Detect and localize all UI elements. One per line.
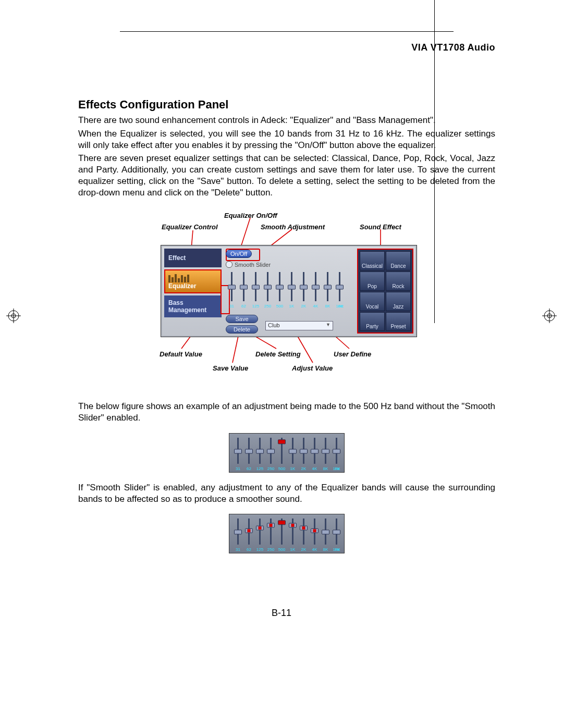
- tab-equalizer-label: Equalizer: [168, 282, 217, 290]
- eq-sliders[interactable]: 31621252505001K2K4K8K16KHz: [226, 271, 346, 310]
- svg-rect-103: [259, 526, 262, 529]
- preset-label: Pop: [368, 283, 377, 289]
- eq-figure-smooth: 31621252505001K2K4K8K16KHz: [229, 514, 345, 553]
- paragraph-3: There are seven preset equalizer setting…: [78, 153, 495, 198]
- svg-rect-25: [288, 285, 296, 289]
- preset-rock[interactable]: Rock: [386, 272, 411, 291]
- svg-rect-96: [322, 530, 329, 534]
- svg-text:Hz: Hz: [338, 304, 344, 309]
- effects-panel: Effect Equalizer Bass Management On/Off …: [161, 245, 417, 337]
- chevron-down-icon: ▼: [326, 322, 331, 327]
- preset-dance[interactable]: Dance: [386, 251, 411, 270]
- svg-text:31: 31: [236, 466, 240, 471]
- smooth-slider-label: Smooth Slider: [235, 262, 271, 268]
- svg-text:8K: 8K: [323, 466, 328, 471]
- svg-text:1K: 1K: [290, 547, 296, 552]
- preset-label: Jazz: [393, 304, 404, 310]
- svg-rect-84: [278, 521, 286, 525]
- svg-text:250: 250: [267, 547, 275, 552]
- svg-rect-34: [324, 285, 332, 289]
- svg-text:31: 31: [236, 547, 240, 552]
- equalizer-icon: [168, 273, 217, 282]
- preset-jazz[interactable]: Jazz: [386, 292, 411, 311]
- svg-text:125: 125: [256, 547, 264, 552]
- svg-text:1K: 1K: [290, 466, 296, 471]
- crop-mark-right-icon: [542, 309, 557, 323]
- preset-preset[interactable]: Preset: [386, 312, 411, 331]
- svg-rect-72: [235, 530, 242, 534]
- svg-rect-102: [248, 529, 251, 533]
- svg-text:4K: 4K: [313, 304, 319, 309]
- tab-bass-label1: Bass: [168, 299, 217, 306]
- svg-rect-50: [267, 449, 275, 453]
- eq-figure-no-smooth: 31621252505001K2K4K8K16KHz: [229, 433, 345, 473]
- paragraph-1: There are two sound enhancement controls…: [78, 115, 495, 126]
- svg-text:1K: 1K: [289, 304, 295, 309]
- paragraph-5: If "Smooth Slider" is enabled, any adjus…: [78, 482, 495, 505]
- page-number: B-11: [0, 608, 563, 619]
- svg-rect-68: [333, 449, 340, 453]
- svg-text:125: 125: [256, 466, 264, 471]
- preset-party[interactable]: Party: [360, 312, 385, 331]
- svg-rect-53: [278, 440, 286, 444]
- smooth-slider-checkbox[interactable]: [226, 261, 232, 268]
- section-title: Effects Configuration Panel: [78, 98, 495, 112]
- svg-rect-104: [270, 524, 273, 527]
- svg-rect-106: [302, 526, 305, 529]
- crop-mark-left-icon: [6, 309, 21, 323]
- preset-pop[interactable]: Pop: [360, 272, 385, 291]
- svg-rect-16: [252, 285, 260, 289]
- svg-text:250: 250: [264, 304, 272, 309]
- tab-effect[interactable]: Effect: [164, 249, 222, 267]
- preset-label: Dance: [391, 263, 406, 269]
- svg-text:500: 500: [276, 304, 284, 309]
- eq-save-delete: Save Delete: [226, 313, 258, 334]
- user-preset-dropdown[interactable]: Club ▼: [265, 321, 333, 330]
- preset-classical[interactable]: Classical: [360, 251, 385, 270]
- eq-figure-smooth-svg: 31621252505001K2K4K8K16KHz: [232, 517, 342, 553]
- svg-rect-65: [322, 449, 329, 453]
- svg-text:125: 125: [252, 304, 260, 309]
- svg-text:Hz: Hz: [335, 466, 340, 471]
- svg-rect-31: [312, 285, 320, 289]
- paragraph-2: When the Equalizer is selected, you will…: [78, 128, 495, 151]
- svg-text:2K: 2K: [301, 547, 307, 552]
- svg-rect-105: [291, 524, 295, 527]
- save-button-label: Save: [235, 316, 248, 322]
- preset-vocal[interactable]: Vocal: [360, 292, 385, 311]
- svg-text:4K: 4K: [312, 547, 317, 552]
- svg-text:8K: 8K: [323, 547, 328, 552]
- tab-bass-label2: Management: [168, 306, 217, 314]
- tab-equalizer[interactable]: Equalizer: [164, 269, 222, 293]
- svg-text:8K: 8K: [325, 304, 331, 309]
- eq-onoff-button[interactable]: On/Off: [226, 250, 252, 258]
- svg-text:250: 250: [267, 466, 275, 471]
- preset-label: Rock: [393, 283, 405, 289]
- tab-bass-management[interactable]: Bass Management: [164, 295, 222, 317]
- svg-text:2K: 2K: [301, 304, 307, 309]
- delete-button-label: Delete: [234, 326, 250, 332]
- save-button[interactable]: Save: [226, 315, 258, 323]
- tab-effect-label: Effect: [168, 254, 217, 262]
- svg-rect-107: [313, 529, 316, 533]
- preset-grid: ClassicalDancePopRockVocalJazzPartyPrese…: [357, 249, 413, 334]
- effects-sidebar: Effect Equalizer Bass Management: [164, 249, 222, 317]
- preset-label: Vocal: [366, 304, 378, 310]
- svg-rect-19: [264, 285, 272, 289]
- svg-text:500: 500: [278, 466, 286, 471]
- chapter-label: VIA VT1708 Audio: [78, 42, 495, 53]
- eq-figure-no-smooth-svg: 31621252505001K2K4K8K16KHz: [232, 437, 342, 472]
- svg-rect-59: [300, 449, 308, 453]
- delete-button[interactable]: Delete: [226, 325, 258, 334]
- svg-rect-37: [336, 285, 344, 289]
- svg-text:62: 62: [247, 466, 251, 471]
- user-preset-value: Club: [268, 322, 280, 328]
- eq-onoff-label: On/Off: [230, 251, 247, 257]
- svg-text:500: 500: [278, 547, 286, 552]
- svg-rect-62: [311, 449, 319, 453]
- svg-text:2K: 2K: [301, 466, 307, 471]
- svg-rect-56: [289, 449, 297, 453]
- svg-rect-47: [256, 449, 264, 453]
- svg-text:4K: 4K: [312, 466, 317, 471]
- header-rule: [120, 31, 454, 32]
